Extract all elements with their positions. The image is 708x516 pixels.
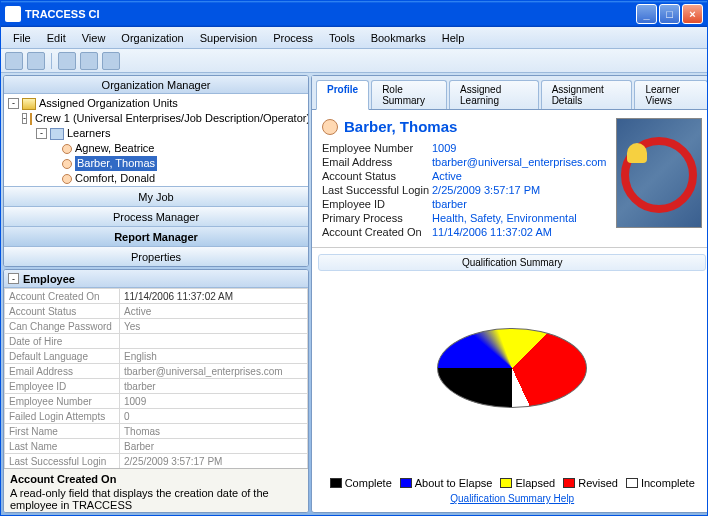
props-value: 11/14/2006 11:37:02 AM (120, 289, 308, 304)
toolbar-button-3[interactable] (58, 52, 76, 70)
acc-my-job[interactable]: My Job (4, 186, 308, 206)
props-grid[interactable]: Account Created On11/14/2006 11:37:02 AM… (4, 288, 308, 468)
toolbar (1, 49, 707, 73)
menu-bookmarks[interactable]: Bookmarks (363, 30, 434, 46)
main-body: Organization Manager -Assigned Organizat… (1, 73, 707, 515)
minimize-button[interactable]: _ (636, 4, 657, 24)
acc-report-manager[interactable]: Report Manager (4, 226, 308, 246)
props-row[interactable]: First NameThomas (5, 424, 308, 439)
tree-learner-2[interactable]: Comfort, Donald (8, 171, 304, 186)
profile-main: Barber, Thomas Employee Number1009Email … (322, 118, 606, 239)
tree-learner-1[interactable]: Barber, Thomas (8, 156, 304, 171)
profile-row: Email Addresstbarber@universal_enterpris… (322, 155, 606, 169)
tab-assigned-learning[interactable]: Assigned Learning (449, 80, 539, 109)
props-key: Email Address (5, 364, 120, 379)
menu-process[interactable]: Process (265, 30, 321, 46)
org-tree[interactable]: -Assigned Organization Units -Crew 1 (Un… (4, 94, 308, 186)
collapse-icon[interactable]: - (22, 113, 27, 124)
profile-title: Barber, Thomas (322, 118, 606, 135)
toolbar-button-1[interactable] (5, 52, 23, 70)
window-title: TRACCESS CI (25, 8, 100, 20)
props-group-title: Employee (23, 273, 75, 285)
props-value (120, 334, 308, 349)
tab-profile[interactable]: Profile (316, 80, 369, 110)
props-row[interactable]: Default LanguageEnglish (5, 349, 308, 364)
toolbar-button-5[interactable] (102, 52, 120, 70)
props-key: Default Language (5, 349, 120, 364)
pie (437, 328, 587, 423)
right-column: Profile Role Summary Assigned Learning A… (311, 75, 707, 513)
menu-file[interactable]: File (5, 30, 39, 46)
props-value: Barber (120, 439, 308, 454)
props-row[interactable]: Can Change PasswordYes (5, 319, 308, 334)
menubar: File Edit View Organization Supervision … (1, 27, 707, 49)
collapse-icon[interactable]: - (36, 128, 47, 139)
tab-assignment-details[interactable]: Assignment Details (541, 80, 633, 109)
close-button[interactable]: × (682, 4, 703, 24)
props-group-header[interactable]: - Employee (4, 270, 308, 288)
profile-key: Employee Number (322, 141, 432, 155)
menu-organization[interactable]: Organization (113, 30, 191, 46)
profile-value: tbarber@universal_enterprises.com (432, 155, 606, 169)
profile-value: 2/25/2009 3:57:17 PM (432, 183, 540, 197)
legend-label: Elapsed (515, 477, 555, 489)
qualification-section: Qualification Summary CompleteAbout to E… (312, 248, 707, 512)
props-value: Yes (120, 319, 308, 334)
menu-supervision[interactable]: Supervision (192, 30, 265, 46)
maximize-button[interactable]: □ (659, 4, 680, 24)
separator (51, 53, 52, 69)
props-key: Employee ID (5, 379, 120, 394)
app-icon (5, 6, 21, 22)
props-value: 1009 (120, 394, 308, 409)
profile-row: Primary ProcessHealth, Safety, Environme… (322, 211, 606, 225)
props-row[interactable]: Failed Login Attempts0 (5, 409, 308, 424)
tab-role-summary[interactable]: Role Summary (371, 80, 447, 109)
props-key: Date of Hire (5, 334, 120, 349)
profile-section: Barber, Thomas Employee Number1009Email … (312, 110, 707, 248)
profile-row: Employee Number1009 (322, 141, 606, 155)
props-row[interactable]: Employee Number1009 (5, 394, 308, 409)
profile-key: Primary Process (322, 211, 432, 225)
acc-properties[interactable]: Properties (4, 246, 308, 266)
legend-swatch (330, 478, 342, 488)
props-row[interactable]: Account StatusActive (5, 304, 308, 319)
collapse-icon[interactable]: - (8, 98, 19, 109)
profile-row: Account StatusActive (322, 169, 606, 183)
tree-learner-0[interactable]: Agnew, Beatrice (8, 141, 304, 156)
tree-root[interactable]: -Assigned Organization Units (8, 96, 304, 111)
titlebar[interactable]: TRACCESS CI _ □ × (1, 1, 707, 27)
menu-view[interactable]: View (74, 30, 114, 46)
props-row[interactable]: Account Created On11/14/2006 11:37:02 AM (5, 289, 308, 304)
profile-name: Barber, Thomas (344, 118, 457, 135)
menu-help[interactable]: Help (434, 30, 473, 46)
props-row[interactable]: Employee IDtbarber (5, 379, 308, 394)
profile-value: 11/14/2006 11:37:02 AM (432, 225, 552, 239)
tab-learner-views[interactable]: Learner Views (634, 80, 707, 109)
learners-icon (50, 128, 64, 140)
props-row[interactable]: Last Successful Login2/25/2009 3:57:17 P… (5, 454, 308, 469)
props-help: Account Created On A read-only field tha… (4, 468, 308, 512)
legend-item: Incomplete (626, 477, 695, 489)
acc-process-manager[interactable]: Process Manager (4, 206, 308, 226)
props-key: Failed Login Attempts (5, 409, 120, 424)
chart-legend: CompleteAbout to ElapseElapsedRevisedInc… (318, 475, 706, 491)
tree-crew[interactable]: -Crew 1 (Universal Enterprises/Job Descr… (8, 111, 304, 126)
props-value: tbarber@universal_enterprises.com (120, 364, 308, 379)
toolbar-button-4[interactable] (80, 52, 98, 70)
legend-swatch (563, 478, 575, 488)
pie-chart (318, 275, 706, 475)
props-value: tbarber (120, 379, 308, 394)
menu-tools[interactable]: Tools (321, 30, 363, 46)
toolbar-button-2[interactable] (27, 52, 45, 70)
qual-help-link[interactable]: Qualification Summary Help (318, 491, 706, 506)
props-row[interactable]: Last NameBarber (5, 439, 308, 454)
person-icon (62, 144, 72, 154)
menu-edit[interactable]: Edit (39, 30, 74, 46)
collapse-icon[interactable]: - (8, 273, 19, 284)
tree-learners[interactable]: -Learners (8, 126, 304, 141)
props-row[interactable]: Email Addresstbarber@universal_enterpris… (5, 364, 308, 379)
props-key: First Name (5, 424, 120, 439)
props-row[interactable]: Date of Hire (5, 334, 308, 349)
app-window: TRACCESS CI _ □ × File Edit View Organiz… (0, 0, 708, 516)
legend-swatch (626, 478, 638, 488)
